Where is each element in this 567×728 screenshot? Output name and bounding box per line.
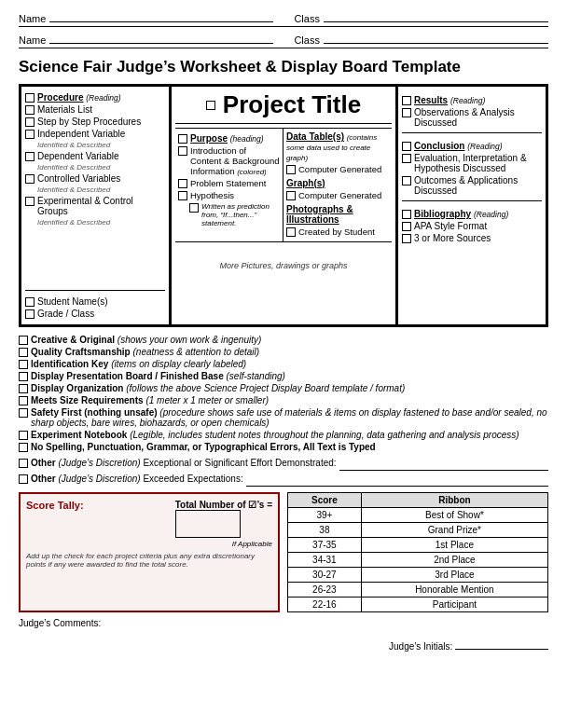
criteria-checkbox-9[interactable] bbox=[19, 443, 28, 452]
student-name-checkbox[interactable] bbox=[25, 297, 35, 307]
criteria-checkbox-2[interactable] bbox=[19, 348, 28, 357]
apa-checkbox[interactable] bbox=[402, 222, 411, 231]
criteria-checkbox-8[interactable] bbox=[19, 431, 28, 440]
conclusion-checkbox[interactable] bbox=[402, 142, 411, 151]
score-tally-title: Score Tally: bbox=[26, 500, 84, 511]
other-checkbox-2[interactable] bbox=[19, 474, 28, 484]
if-applicable: If Applicable bbox=[175, 540, 272, 548]
computer-gen-graph-item: Computer Generated bbox=[286, 190, 389, 200]
criteria-item-4: Display Presentation Board / Finished Ba… bbox=[19, 371, 548, 381]
name-label-2: Name bbox=[19, 34, 46, 46]
judges-initials-line[interactable] bbox=[455, 649, 548, 650]
class-field-2: Class bbox=[294, 31, 548, 46]
name-field-2: Name bbox=[19, 31, 273, 46]
bibliography-checkbox[interactable] bbox=[402, 210, 411, 219]
purpose-heading: Purpose bbox=[190, 133, 228, 144]
dependent-label: Dependent Variable bbox=[37, 151, 119, 161]
computer-gen-graph-checkbox[interactable] bbox=[286, 191, 296, 200]
name-field-1: Name bbox=[19, 9, 273, 24]
header-row-2: Name Class bbox=[19, 31, 548, 48]
criteria-item-7: Safety First (nothing unsafe) (procedure… bbox=[19, 407, 548, 428]
created-by-student-checkbox[interactable] bbox=[286, 227, 296, 237]
name-input-2[interactable] bbox=[49, 31, 272, 44]
other-checkbox-1[interactable] bbox=[19, 459, 28, 468]
purpose-sub: (heading) bbox=[230, 134, 264, 144]
procedure-header: Procedure (Reading) bbox=[25, 92, 165, 103]
photo-heading: Photographs & Illustrations bbox=[286, 204, 353, 225]
hypothesis-sub-checkbox[interactable] bbox=[189, 203, 199, 213]
student-name-label: Student Name(s) bbox=[37, 296, 108, 307]
problem-checkbox[interactable] bbox=[178, 179, 187, 188]
intro-content-item: Introduction of Content & Background Inf… bbox=[178, 145, 280, 176]
experimental-item: Experimental & Control Groups bbox=[25, 196, 165, 216]
ribbon-col-ribbon: Ribbon bbox=[361, 493, 547, 508]
other-input-1[interactable] bbox=[339, 458, 548, 471]
other-input-2[interactable] bbox=[246, 474, 548, 487]
ribbon-label-3: 2nd Place bbox=[361, 553, 547, 568]
independent-label: Independent Variable bbox=[37, 129, 125, 139]
outcomes-checkbox[interactable] bbox=[402, 176, 411, 185]
name-input-1[interactable] bbox=[49, 9, 272, 22]
criteria-checkbox-1[interactable] bbox=[19, 336, 28, 345]
ribbon-score-1: 38 bbox=[288, 523, 362, 538]
bibliography-heading: Bibliography bbox=[414, 209, 471, 219]
criteria-checkbox-3[interactable] bbox=[19, 360, 28, 369]
experimental-label: Experimental & Control Groups bbox=[37, 196, 165, 216]
title-checkbox[interactable] bbox=[206, 101, 215, 110]
intro-label: Introduction of Content & Background Inf… bbox=[190, 145, 280, 176]
sources-checkbox[interactable] bbox=[402, 234, 411, 243]
experimental-checkbox[interactable] bbox=[25, 197, 35, 206]
grade-class-checkbox[interactable] bbox=[25, 309, 35, 319]
materials-checkbox[interactable] bbox=[25, 105, 35, 115]
dependent-checkbox[interactable] bbox=[25, 152, 35, 161]
controlled-checkbox[interactable] bbox=[25, 174, 35, 184]
evaluation-checkbox[interactable] bbox=[402, 154, 411, 163]
controlled-label: Controlled Variables bbox=[37, 173, 120, 184]
step-label: Step by Step Procedures bbox=[37, 117, 141, 127]
ribbon-table: Score Ribbon 39+Best of Show*38Grand Pri… bbox=[287, 492, 548, 612]
criteria-italic-4: (self-standing) bbox=[227, 371, 285, 381]
grade-class-label: Grade / Class bbox=[37, 309, 94, 319]
materials-label: Materials List bbox=[37, 104, 92, 115]
judges-initials-label: Judge’s Initials: bbox=[389, 641, 452, 652]
class-input-1[interactable] bbox=[324, 9, 548, 22]
criteria-checkbox-4[interactable] bbox=[19, 372, 28, 381]
procedure-sub: (Reading) bbox=[86, 93, 120, 103]
criteria-italic-8: (Legible, includes student notes through… bbox=[130, 430, 519, 440]
computer-gen-data-checkbox[interactable] bbox=[286, 165, 296, 174]
intro-checkbox[interactable] bbox=[178, 146, 187, 156]
name-label-1: Name bbox=[19, 13, 46, 24]
center-column: Project Title Purpose (heading) Introduc… bbox=[170, 86, 397, 325]
criteria-bold-6: Meets Size Requirements bbox=[31, 395, 144, 405]
independent-checkbox[interactable] bbox=[25, 130, 35, 139]
total-box[interactable] bbox=[175, 510, 241, 538]
hypothesis-sub-text: Written as prediction from, “If...then..… bbox=[201, 202, 280, 227]
student-name-item: Student Name(s) bbox=[25, 296, 165, 307]
ribbon-label-4: 3rd Place bbox=[361, 568, 547, 583]
main-grid: Procedure (Reading) Materials List Step … bbox=[19, 84, 548, 327]
results-header: Results (Reading) bbox=[402, 95, 542, 105]
purpose-checkbox[interactable] bbox=[178, 134, 187, 144]
results-heading: Results bbox=[414, 95, 448, 105]
apa-style-item: APA Style Format bbox=[402, 221, 542, 231]
evaluation-label: Evaluation, Interpretation & Hypothesis … bbox=[414, 153, 542, 173]
hypothesis-sub-item: Written as prediction from, “If...then..… bbox=[178, 202, 280, 227]
apa-label: APA Style Format bbox=[414, 221, 487, 231]
procedure-checkbox[interactable] bbox=[25, 93, 35, 103]
criteria-checkbox-6[interactable] bbox=[19, 396, 28, 405]
criteria-checkbox-5[interactable] bbox=[19, 384, 28, 393]
independent-var-item: Independent Variable bbox=[25, 129, 165, 139]
center-top: Project Title bbox=[175, 90, 392, 124]
observations-item: Observations & Analysis Discussed bbox=[402, 107, 542, 128]
computer-gen-data-item: Computer Generated bbox=[286, 164, 389, 174]
total-label: Total Number of ☑’s = bbox=[175, 500, 272, 510]
observations-checkbox[interactable] bbox=[402, 108, 411, 117]
results-checkbox[interactable] bbox=[402, 96, 411, 105]
criteria-bold-5: Display Organization bbox=[31, 383, 123, 393]
criteria-checkbox-7[interactable] bbox=[19, 408, 28, 418]
step-checkbox[interactable] bbox=[25, 117, 35, 127]
hypothesis-checkbox[interactable] bbox=[178, 191, 187, 200]
ribbon-label-5: Honorable Mention bbox=[361, 583, 547, 598]
procedure-heading: Procedure bbox=[37, 92, 83, 103]
class-input-2[interactable] bbox=[324, 31, 548, 44]
